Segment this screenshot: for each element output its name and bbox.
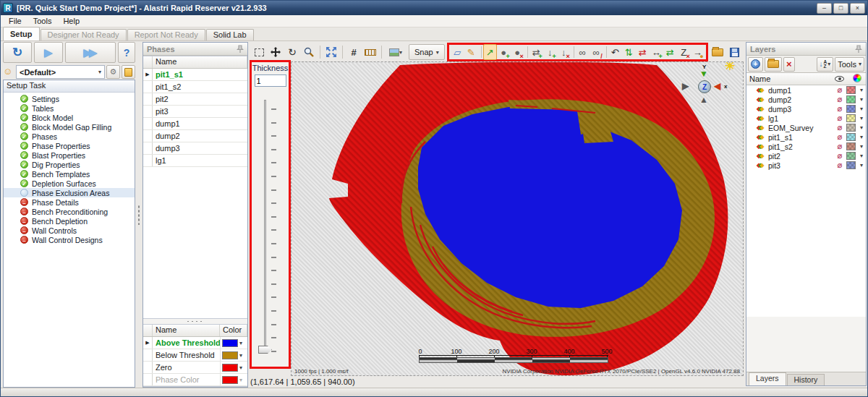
reverse-line-tool[interactable]: ⇄ <box>636 44 650 60</box>
sun-icon[interactable]: ☀ <box>725 61 736 72</box>
open-file-button[interactable] <box>709 44 726 60</box>
remove-point-tool[interactable]: ↓ × <box>557 44 571 60</box>
mirror-vertical-tool[interactable]: ⇅ <box>622 44 636 60</box>
add-folder-button[interactable] <box>765 57 782 72</box>
layer-row[interactable]: ◆◆◆ lg1 ⌀ ▾ <box>746 114 866 123</box>
pan-tool[interactable] <box>268 44 284 60</box>
layer-color-swatch[interactable] <box>846 142 856 150</box>
color-column-header[interactable] <box>848 74 866 84</box>
visibility-hidden-icon[interactable]: ⌀ <box>833 114 846 123</box>
layer-row[interactable]: ◆◆◆ pit1_s2 ⌀ ▾ <box>746 142 866 151</box>
y-axis-arrow-icon[interactable]: ▼ <box>699 69 708 78</box>
chevron-down-icon[interactable]: ▾ <box>239 377 242 383</box>
add-point-tool[interactable]: ● + <box>497 44 511 60</box>
chevron-down-icon[interactable]: ▾ <box>857 115 866 121</box>
insert-point-tool[interactable]: ↓ + <box>543 44 557 60</box>
layer-row[interactable]: ◆◆◆ pit2 ⌀ ▾ <box>746 151 866 161</box>
phase-row[interactable]: ▶ lg1 <box>143 155 247 167</box>
task-item[interactable]: Wall Control Designs <box>4 235 135 244</box>
chevron-down-icon[interactable]: ▾ <box>857 87 866 93</box>
layer-color-swatch[interactable] <box>846 105 856 113</box>
sort-layers-dropdown[interactable]: ↓ AZ ▾ <box>817 57 834 72</box>
chevron-down-icon[interactable]: ▾ <box>239 340 242 346</box>
move-point-tool[interactable]: ⇄ + <box>529 44 543 60</box>
sketch-tool[interactable]: ✎ <box>464 44 478 60</box>
chevron-down-icon[interactable]: ▾ <box>857 162 866 168</box>
color-swatch[interactable] <box>222 364 238 372</box>
flatten-line-tool[interactable]: Z × <box>677 44 691 60</box>
run-all-button[interactable]: ▶▶ <box>65 42 116 63</box>
main-tab[interactable]: Designer Not Ready <box>41 29 127 40</box>
thickness-input[interactable] <box>255 74 286 87</box>
color-row[interactable]: ▶ Above Threshold ▾ <box>143 337 247 349</box>
swap-direction-tool[interactable]: ⇄ <box>663 44 677 60</box>
layer-color-swatch[interactable] <box>846 133 856 141</box>
join-lines-tool[interactable]: ∞ <box>576 44 590 60</box>
pin-icon[interactable] <box>855 45 862 54</box>
phases-name-column-header[interactable]: Name <box>153 56 247 68</box>
task-item[interactable]: Tables <box>4 103 135 113</box>
rotate-up-icon[interactable]: ▲ <box>699 95 708 104</box>
flip-segment-tool[interactable]: ↶ <box>608 44 622 60</box>
menu-item[interactable]: Tools <box>27 16 58 26</box>
task-item[interactable]: Block Model <box>4 113 135 122</box>
task-item[interactable]: Phases <box>4 132 135 141</box>
phase-row[interactable]: ▶ pit3 <box>143 106 247 118</box>
layers-name-column-header[interactable]: Name <box>746 74 830 83</box>
menu-item[interactable]: Help <box>57 16 85 26</box>
refresh-button[interactable]: ↻ <box>3 42 32 63</box>
z-axis-icon[interactable]: Z <box>698 80 711 93</box>
chevron-down-icon[interactable]: ▾ <box>857 153 866 159</box>
grid-toggle-tool[interactable]: # <box>346 44 362 60</box>
task-item[interactable]: Bench Preconditioning <box>4 207 135 216</box>
layers-bottom-tab[interactable]: History <box>787 374 825 385</box>
layer-row[interactable]: ◆◆◆ pit3 ⌀ ▾ <box>746 161 866 170</box>
color-swatch[interactable] <box>222 376 238 384</box>
phase-row[interactable]: ▶ dump1 <box>143 118 247 130</box>
layer-row[interactable]: ◆◆◆ dump1 ⌀ ▾ <box>746 85 866 95</box>
chevron-down-icon[interactable]: ▾ <box>239 364 242 371</box>
viewport-3d[interactable]: ☀ Y ▼ ▶ Z ◀ x ▲ 0100200300400500 1000 fp… <box>291 61 744 376</box>
task-item[interactable]: Phase Details <box>4 197 135 207</box>
task-item[interactable]: Bench Templates <box>4 169 135 179</box>
layers-tools-dropdown[interactable]: Tools ▾ <box>835 57 864 72</box>
measure-tool[interactable] <box>362 44 378 60</box>
main-tab[interactable]: Report Not Ready <box>127 29 205 40</box>
x-axis-arrow-icon[interactable]: ◀ <box>714 82 720 90</box>
layer-color-swatch[interactable] <box>846 95 856 103</box>
draw-polyline-tool[interactable]: ↗ <box>483 44 497 60</box>
main-tab[interactable]: Setup <box>3 27 40 40</box>
task-item[interactable]: Phase Exclusion Areas <box>4 188 135 197</box>
task-item[interactable]: Blast Properties <box>4 150 135 160</box>
layer-color-swatch[interactable] <box>846 161 856 169</box>
visibility-column-header[interactable] <box>830 74 848 83</box>
visibility-hidden-icon[interactable]: ⌀ <box>833 151 846 161</box>
main-tab[interactable]: Solid Lab <box>206 29 254 40</box>
visibility-hidden-icon[interactable]: ⌀ <box>833 161 846 170</box>
preset-settings-button[interactable]: ⚙ <box>106 65 120 79</box>
chevron-down-icon[interactable]: ▾ <box>857 134 866 140</box>
snap-dropdown[interactable]: Snap ▾ <box>409 44 445 60</box>
continue-line-tool[interactable]: → ● <box>691 44 705 60</box>
task-item[interactable]: Wall Controls <box>4 226 135 235</box>
phase-row[interactable]: ▶ dump2 <box>143 130 247 142</box>
screenshot-tool[interactable]: ▾ <box>385 44 407 60</box>
visibility-hidden-icon[interactable]: ⌀ <box>833 142 846 151</box>
marquee-select-tool[interactable] <box>251 44 267 60</box>
delete-point-tool[interactable]: ● × <box>511 44 524 60</box>
help-button[interactable]: ? <box>118 42 135 63</box>
new-polygon-tool[interactable]: ▱ <box>451 44 464 60</box>
chevron-down-icon[interactable]: ▾ <box>857 96 866 103</box>
layer-row[interactable]: ◆◆◆ dump2 ⌀ ▾ <box>746 95 866 104</box>
chevron-down-icon[interactable]: ▾ <box>857 124 866 131</box>
orientation-gizmo[interactable]: ☀ Y ▼ ▶ Z ◀ x ▲ <box>681 64 733 111</box>
thickness-slider-track[interactable] <box>264 100 266 354</box>
task-item[interactable]: Phase Properties <box>4 141 135 150</box>
color-row[interactable]: ▶ Zero ▾ <box>143 362 247 374</box>
rotate-left-icon[interactable]: ▶ <box>682 82 689 90</box>
color-swatch[interactable] <box>222 351 238 359</box>
delete-layer-button[interactable]: × <box>783 57 795 72</box>
visibility-hidden-icon[interactable]: ⌀ <box>833 104 846 114</box>
color-row[interactable]: ▶ Phase Color ▾ <box>143 374 247 386</box>
preset-notes-button[interactable] <box>122 65 135 79</box>
